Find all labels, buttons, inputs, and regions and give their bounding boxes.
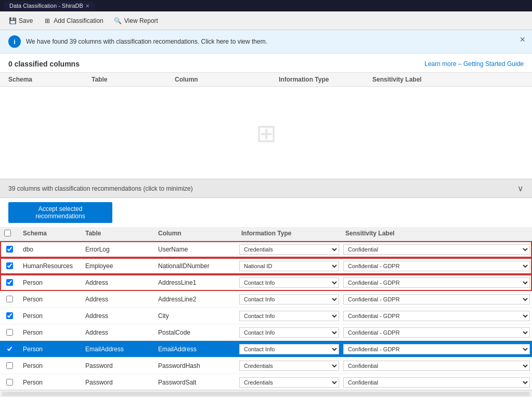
- sensitivity-select[interactable]: ConfidentialConfidential - GDPRPublicGen…: [343, 361, 530, 371]
- info-banner-close-button[interactable]: ✕: [520, 35, 526, 44]
- column-cell: EmailAddress: [154, 345, 237, 354]
- sensitivity-select[interactable]: ConfidentialConfidential - GDPRPublicGen…: [343, 344, 530, 354]
- view-report-label: View Report: [124, 17, 158, 24]
- column-cell: AddressLine2: [154, 295, 237, 304]
- bottom-scrollbar[interactable]: [0, 390, 532, 397]
- sensitivity-cell: ConfidentialConfidential - GDPRPublicGen…: [341, 360, 532, 372]
- col-checkbox-header: [0, 230, 19, 238]
- save-icon: 💾: [8, 17, 17, 25]
- table-cell: Password: [81, 378, 154, 387]
- info-type-select[interactable]: CredentialsNational IDContact InfoNameFi…: [239, 294, 339, 305]
- tab-close-icon[interactable]: ✕: [85, 3, 89, 9]
- table-row[interactable]: PersonPasswordPasswordSaltCredentialsNat…: [0, 374, 532, 390]
- table-cell: Employee: [81, 261, 154, 271]
- col-sensitivity: Sensitivity Label: [372, 76, 524, 83]
- info-type-cell: CredentialsNational IDContact InfoNameFi…: [237, 326, 341, 339]
- schema-cell: dbo: [19, 245, 81, 254]
- row-checkbox[interactable]: [6, 312, 13, 319]
- schema-cell: Person: [19, 278, 81, 287]
- schema-cell: Person: [19, 295, 81, 304]
- row-checkbox[interactable]: [6, 279, 13, 286]
- table-cell: Address: [81, 328, 154, 337]
- info-type-select[interactable]: CredentialsNational IDContact InfoNameFi…: [239, 244, 339, 255]
- sensitivity-cell: ConfidentialConfidential - GDPRPublicGen…: [341, 343, 532, 355]
- col-column-header: Column: [154, 230, 237, 238]
- recommendations-panel: 39 columns with classification recommend…: [0, 179, 532, 397]
- info-type-cell: CredentialsNational IDContact InfoNameFi…: [237, 343, 341, 355]
- row-checkbox[interactable]: [6, 346, 13, 352]
- sensitivity-select[interactable]: ConfidentialConfidential - GDPRPublicGen…: [343, 261, 530, 271]
- reco-chevron-icon[interactable]: ∨: [517, 183, 524, 193]
- schema-cell: Person: [19, 361, 81, 370]
- sensitivity-cell: ConfidentialConfidential - GDPRPublicGen…: [341, 310, 532, 322]
- col-schema: Schema: [8, 76, 92, 83]
- info-type-cell: CredentialsNational IDContact InfoNameFi…: [237, 310, 341, 322]
- table-row[interactable]: PersonAddressPostalCodeCredentialsNation…: [0, 324, 532, 341]
- info-type-select[interactable]: CredentialsNational IDContact InfoNameFi…: [239, 261, 339, 271]
- sensitivity-cell: ConfidentialConfidential - GDPRPublicGen…: [341, 260, 532, 272]
- schema-cell: Person: [19, 311, 81, 321]
- info-banner[interactable]: i We have found 39 columns with classifi…: [0, 30, 532, 54]
- scroll-track: [2, 392, 530, 396]
- reco-body: Accept selected recommendations Schema T…: [0, 198, 532, 390]
- learn-more-link[interactable]: Learn more – Getting Started Guide: [424, 60, 524, 68]
- table-row[interactable]: PersonPasswordPasswordHashCredentialsNat…: [0, 358, 532, 374]
- sensitivity-cell: ConfidentialConfidential - GDPRPublicGen…: [341, 376, 532, 389]
- table-row[interactable]: PersonAddressCityCredentialsNational IDC…: [0, 308, 532, 324]
- info-type-cell: CredentialsNational IDContact InfoNameFi…: [237, 260, 341, 272]
- classified-header: 0 classified columns Learn more – Gettin…: [0, 54, 532, 72]
- table-row[interactable]: HumanResourcesEmployeeNationalIDNumberCr…: [0, 258, 532, 274]
- info-type-select[interactable]: CredentialsNational IDContact InfoNameFi…: [239, 377, 339, 388]
- main-area: i We have found 39 columns with classifi…: [0, 30, 532, 397]
- table-row[interactable]: PersonEmailAddressEmailAddressCredential…: [0, 341, 532, 358]
- info-type-select[interactable]: CredentialsNational IDContact InfoNameFi…: [239, 361, 339, 371]
- view-report-button[interactable]: 🔍 View Report: [110, 15, 162, 27]
- sensitivity-select[interactable]: ConfidentialConfidential - GDPRPublicGen…: [343, 277, 530, 288]
- recommendations-table: Schema Table Column Information Type Sen…: [0, 227, 532, 390]
- toolbar: 💾 Save ⊞ Add Classification 🔍 View Repor…: [0, 11, 532, 30]
- accept-recommendations-button[interactable]: Accept selected recommendations: [8, 202, 112, 223]
- tab-list: Data Classification - ShiraDB ✕: [4, 2, 95, 10]
- col-info-type: Information Type: [279, 76, 372, 83]
- column-cell: City: [154, 311, 237, 321]
- info-type-select[interactable]: CredentialsNational IDContact InfoNameFi…: [239, 327, 339, 338]
- upper-table: Schema Table Column Information Type Sen…: [0, 72, 532, 179]
- schema-cell: Person: [19, 345, 81, 354]
- data-classification-tab[interactable]: Data Classification - ShiraDB ✕: [4, 2, 95, 10]
- info-type-select[interactable]: CredentialsNational IDContact InfoNameFi…: [239, 277, 339, 288]
- row-checkbox[interactable]: [6, 362, 13, 369]
- save-button[interactable]: 💾 Save: [4, 15, 37, 27]
- table-cell: Address: [81, 278, 154, 287]
- row-checkbox[interactable]: [6, 329, 13, 336]
- empty-table-icon: ⊞: [256, 118, 277, 148]
- table-row[interactable]: dboErrorLogUserNameCredentialsNational I…: [0, 241, 532, 258]
- row-checkbox[interactable]: [6, 262, 13, 269]
- add-classification-button[interactable]: ⊞ Add Classification: [39, 15, 107, 27]
- info-type-select[interactable]: CredentialsNational IDContact InfoNameFi…: [239, 344, 339, 354]
- col-column: Column: [175, 76, 279, 83]
- column-cell: NationalIDNumber: [154, 261, 237, 271]
- row-checkbox[interactable]: [6, 379, 13, 386]
- info-type-select[interactable]: CredentialsNational IDContact InfoNameFi…: [239, 311, 339, 321]
- info-type-cell: CredentialsNational IDContact InfoNameFi…: [237, 243, 341, 256]
- sensitivity-select[interactable]: ConfidentialConfidential - GDPRPublicGen…: [343, 311, 530, 321]
- row-checkbox[interactable]: [6, 296, 13, 302]
- sensitivity-cell: ConfidentialConfidential - GDPRPublicGen…: [341, 293, 532, 306]
- reco-panel-header[interactable]: 39 columns with classification recommend…: [0, 179, 532, 198]
- sensitivity-select[interactable]: ConfidentialConfidential - GDPRPublicGen…: [343, 327, 530, 338]
- table-row[interactable]: PersonAddressAddressLine1CredentialsNati…: [0, 274, 532, 291]
- row-checkbox[interactable]: [6, 246, 13, 253]
- info-type-cell: CredentialsNational IDContact InfoNameFi…: [237, 276, 341, 289]
- checkbox-cell: [0, 361, 19, 370]
- col-info-type-header: Information Type: [237, 230, 341, 238]
- column-cell: UserName: [154, 245, 237, 254]
- select-all-checkbox[interactable]: [4, 230, 11, 236]
- sensitivity-select[interactable]: ConfidentialConfidential - GDPRPublicGen…: [343, 244, 530, 255]
- sensitivity-select[interactable]: ConfidentialConfidential - GDPRPublicGen…: [343, 377, 530, 388]
- column-cell: PasswordHash: [154, 361, 237, 370]
- column-cell: PostalCode: [154, 328, 237, 337]
- table-cell: Password: [81, 361, 154, 370]
- sensitivity-select[interactable]: ConfidentialConfidential - GDPRPublicGen…: [343, 294, 530, 305]
- table-row[interactable]: PersonAddressAddressLine2CredentialsNati…: [0, 291, 532, 308]
- sensitivity-cell: ConfidentialConfidential - GDPRPublicGen…: [341, 276, 532, 289]
